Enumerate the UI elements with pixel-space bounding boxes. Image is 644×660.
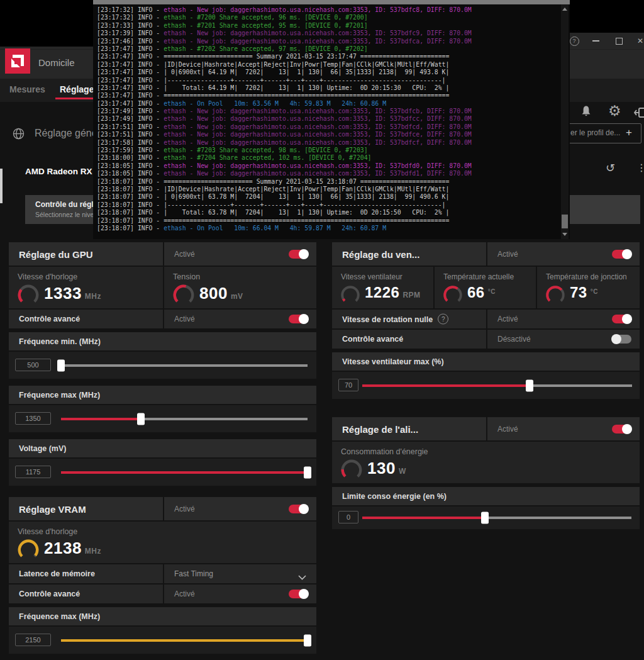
gpu-freq-min-input[interactable]: 500 (15, 359, 51, 371)
console-line: [23:18:07] INFO - |ID|Device|Hashrate|Ac… (97, 186, 560, 193)
scroll-up-icon[interactable] (562, 8, 567, 11)
gpu-freq-min-slider[interactable] (61, 364, 308, 367)
help-icon[interactable]: ? (569, 36, 579, 46)
junction-temp-gauge (545, 284, 566, 306)
current-temp-stat: Température actuelle 66°C (433, 267, 536, 308)
gpu-freq-min-handle[interactable] (57, 359, 65, 371)
gpu-advanced-toggle[interactable] (289, 315, 308, 323)
question-icon[interactable]: ? (438, 314, 448, 325)
kebab-menu-icon[interactable]: ⋮ (636, 162, 644, 174)
gpu-voltage-label: Tension (173, 272, 200, 281)
fan-enabled-toggle[interactable] (612, 250, 631, 259)
vram-clock-value: 2138MHz (44, 539, 101, 558)
power-limit-slider[interactable] (362, 517, 631, 519)
gpu-freq-min-slider-row: 500 (9, 352, 316, 379)
gpu-voltage-slider[interactable] (61, 471, 308, 474)
tab-home[interactable]: Domicile (38, 57, 75, 68)
fan-speed-gauge (340, 284, 361, 306)
vram-enabled-toggle[interactable] (289, 505, 308, 513)
power-draw-gauge (340, 458, 364, 482)
dock-icon[interactable] (634, 108, 644, 120)
power-enabled-toggle[interactable] (612, 425, 631, 433)
gpu-voltage-handle[interactable] (304, 466, 311, 478)
gpu-freq-max-label-row: Fréquence max (MHz) (9, 386, 316, 404)
console-line: [23:17:47] INFO - ======================… (97, 92, 560, 99)
current-temp-gauge (442, 284, 464, 306)
vram-clock-label: Vitesse d'horloge (18, 527, 77, 536)
fan-max-handle[interactable] (526, 379, 533, 391)
gpu-enabled-label: Activé (174, 250, 195, 259)
scroll-down-icon[interactable] (562, 233, 567, 236)
console-titlebar[interactable] (93, 0, 570, 4)
miner-console-window[interactable]: [23:17:32] INFO - ethash - New job: dagg… (93, 0, 570, 239)
close-icon[interactable]: ✕ (635, 36, 644, 46)
screen: ? ✕ ⚙ ↺ ⋮ Domicile Mesures Réglage Régla… (0, 0, 644, 660)
console-line: [23:17:32] INFO - ethash - New job: dagg… (97, 6, 560, 14)
fan-max-slider[interactable] (362, 384, 632, 387)
maximize-icon[interactable] (614, 36, 624, 46)
gpu-voltage-input[interactable]: 1175 (15, 466, 51, 478)
junction-temp-label: Température de jonction (546, 272, 627, 281)
gpu-voltage-value: 800mV (199, 284, 243, 303)
gpu-enabled-toggle[interactable] (289, 250, 308, 259)
power-enabled-label: Activé (497, 425, 518, 433)
junction-temp-value: 73°C (570, 284, 598, 301)
tab-tuning[interactable]: Réglage (60, 84, 94, 94)
console-line: [23:18:07] INFO - ethash - On Pool 10m: … (97, 225, 560, 232)
zero-rpm-state: Activé (497, 315, 518, 323)
zero-rpm-toggle[interactable] (612, 315, 631, 323)
fan-advanced-row: Contrôle avancé Désactivé (332, 330, 640, 349)
console-line: [23:18:05] INFO - ethash - New job: dagg… (97, 170, 560, 177)
memory-timing-dropdown[interactable]: Fast Timing (163, 564, 318, 583)
power-panel-title: Réglage de l'ali... (342, 423, 418, 434)
gpu-stats-row: Vitesse d'horloge 1333MHz Tension 800mV (9, 267, 316, 308)
memory-timing-label: Latence de mémoire (19, 569, 95, 578)
power-limit-handle[interactable] (481, 512, 489, 524)
fan-max-label-row: Vitesse ventilateur max (%) (332, 352, 640, 371)
vram-clock-stat: Vitesse d'horloge 2138MHz (9, 522, 316, 563)
console-line: [23:18:07] INFO - ======================… (97, 217, 560, 225)
console-line: [23:17:49] INFO - ethash - New job: dagg… (97, 108, 560, 115)
bell-icon[interactable] (580, 105, 592, 120)
power-limit-input[interactable]: 0 (338, 511, 358, 523)
gpu-voltage-slider-label: Voltage (mV) (19, 444, 66, 453)
gpu-freq-max-input[interactable]: 1350 (15, 412, 51, 425)
vram-advanced-state: Activé (174, 590, 195, 598)
background-window-sliver (0, 169, 3, 203)
gpu-advanced-label: Contrôle avancé (19, 315, 80, 323)
gpu-voltage-stat: Tension 800mV (163, 267, 318, 308)
vram-freq-max-handle[interactable] (304, 634, 311, 646)
vram-stats-row: Vitesse d'horloge 2138MHz (9, 522, 316, 563)
power-stats-row: Consommation d'énergie 130W (332, 442, 640, 483)
gpu-freq-max-slider-row: 1350 (9, 405, 316, 432)
fan-speed-value: 1226RPM (365, 284, 421, 301)
vram-freq-max-input[interactable]: 2150 (15, 634, 51, 646)
fan-advanced-toggle[interactable] (612, 335, 631, 344)
console-line: [23:17:47] INFO - |ID|Device|Hashrate|Ac… (97, 61, 560, 69)
console-line: [23:17:33] INFO - ethash - #7201 Share a… (97, 22, 560, 30)
gpu-advanced-row: Contrôle avancé Activé (9, 310, 316, 328)
vram-freq-max-slider[interactable] (61, 639, 308, 642)
vram-advanced-row: Contrôle avancé Activé (9, 584, 316, 603)
vram-advanced-toggle[interactable] (289, 590, 308, 598)
gpu-freq-max-slider[interactable] (61, 418, 308, 420)
console-line: [23:18:07] INFO - |-----------------+---… (97, 201, 560, 209)
gear-icon[interactable]: ⚙ (608, 104, 621, 118)
tab-measures[interactable]: Mesures (9, 84, 45, 94)
gpu-clock-gauge (16, 283, 40, 307)
reset-icon[interactable]: ↺ (606, 161, 615, 174)
amd-logo[interactable] (5, 48, 30, 74)
gpu-voltage-label-row: Voltage (mV) (9, 439, 316, 457)
panel-vram-tuning: Réglage VRAM Activé Vitesse d'horloge 21… (9, 497, 316, 654)
gpu-freq-max-handle[interactable] (137, 413, 145, 425)
gpu-advanced-state: Activé (174, 315, 195, 323)
scrollbar-thumb[interactable] (562, 215, 568, 228)
console-line: [23:17:47] INFO - |-----------------+---… (97, 77, 560, 84)
console-line: [23:18:07] INFO - | Total: 63.78 M| 7204… (97, 209, 560, 216)
fan-max-input[interactable]: 70 (338, 379, 358, 391)
minimize-icon[interactable] (591, 36, 601, 46)
add-profile-icon[interactable]: + (626, 126, 632, 139)
console-scrollbar[interactable] (561, 4, 569, 239)
vram-freq-max-label: Fréquence max (MHz) (19, 612, 100, 621)
gpu-freq-min-label: Fréquence min. (MHz) (19, 337, 101, 346)
